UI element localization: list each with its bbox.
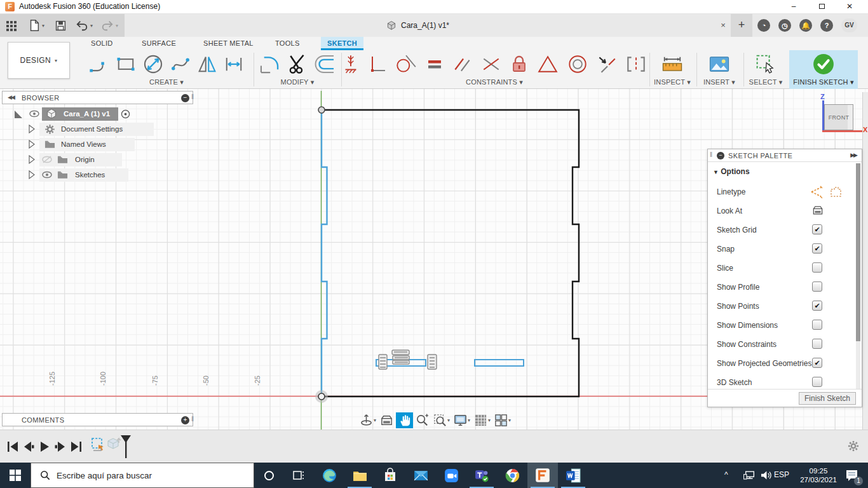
- grid-settings-icon[interactable]: ▾: [472, 412, 492, 428]
- fillet-tool-icon[interactable]: [257, 52, 281, 76]
- minimize-button[interactable]: –: [783, 0, 804, 14]
- dimension-tool-icon[interactable]: [222, 53, 245, 76]
- tree-item-label[interactable]: Named Views: [61, 140, 106, 148]
- eye-off-icon[interactable]: [42, 156, 52, 163]
- rectangle-tool-icon[interactable]: [114, 53, 137, 76]
- comments-header[interactable]: COMMENTS + ‖: [2, 413, 193, 426]
- start-button[interactable]: [0, 463, 31, 488]
- origin-point[interactable]: [318, 393, 325, 400]
- image-icon[interactable]: [707, 52, 731, 76]
- group-label-finish-sketch[interactable]: FINISH SKETCH ▾: [789, 78, 858, 86]
- taskbar-app-mail[interactable]: [405, 463, 436, 488]
- timeline-position-marker[interactable]: [119, 434, 132, 459]
- workspace-selector[interactable]: DESIGN ▾: [8, 42, 70, 79]
- parallel-constraint-icon[interactable]: [452, 53, 473, 75]
- circle-tool-icon[interactable]: [141, 52, 165, 76]
- target-icon[interactable]: [121, 109, 130, 119]
- undo-icon[interactable]: ▾: [75, 18, 93, 33]
- expander-closed-icon[interactable]: [28, 155, 36, 164]
- speaker-icon[interactable]: [760, 470, 772, 480]
- sketch-left-edge[interactable]: [322, 110, 327, 396]
- bell-icon[interactable]: 🔔: [799, 19, 812, 32]
- measure-icon[interactable]: [660, 52, 684, 76]
- clock[interactable]: 09:25 27/03/2021: [794, 466, 843, 484]
- sketch-palette-header[interactable]: ‖ − SKETCH PALETTE ▶▶: [708, 149, 862, 162]
- look-at-icon[interactable]: [811, 204, 824, 217]
- collapse-right-icon[interactable]: ▶▶: [850, 152, 857, 158]
- orbit-icon[interactable]: ▾: [358, 412, 377, 428]
- finish-sketch-check-icon[interactable]: [811, 51, 836, 77]
- tree-row-origin[interactable]: Origin: [4, 152, 188, 168]
- tree-item-label[interactable]: Sketches: [75, 171, 105, 179]
- perpendicular-constraint-icon[interactable]: [367, 53, 388, 75]
- new-tab-button[interactable]: +: [731, 14, 752, 37]
- sketch-slot-right[interactable]: [475, 360, 524, 366]
- group-label-select[interactable]: SELECT ▾: [745, 78, 787, 86]
- sketch-grid-checkbox[interactable]: [812, 224, 822, 234]
- group-label-constraints[interactable]: CONSTRAINTS ▾: [344, 78, 645, 86]
- minimize-panel-icon[interactable]: −: [181, 94, 189, 102]
- close-button[interactable]: ✕: [839, 0, 860, 14]
- slice-checkbox[interactable]: [812, 262, 822, 273]
- taskbar-app-store[interactable]: [375, 463, 405, 488]
- snap-checkbox[interactable]: [812, 243, 822, 254]
- viewports-icon[interactable]: ▾: [492, 412, 512, 428]
- clock-icon[interactable]: ◷: [778, 19, 791, 32]
- redo-icon[interactable]: ▾: [100, 18, 118, 33]
- skip-start-icon[interactable]: [5, 439, 20, 454]
- midpoint-constraint-icon[interactable]: [596, 53, 618, 75]
- taskbar-app-zoom[interactable]: [436, 463, 466, 488]
- help-icon[interactable]: ?: [820, 19, 833, 32]
- document-tab[interactable]: Cara_A(1) v1*: [386, 14, 449, 37]
- tab-tools[interactable]: TOOLS: [269, 37, 306, 50]
- tree-row-document-settings[interactable]: Document Settings: [4, 122, 188, 137]
- palette-scrollbar[interactable]: [856, 163, 860, 390]
- app-grid-icon[interactable]: [5, 18, 18, 33]
- avatar[interactable]: GV: [841, 18, 857, 32]
- show-dimensions-checkbox[interactable]: [812, 320, 822, 330]
- group-label-inspect[interactable]: INSPECT ▾: [652, 78, 693, 86]
- taskbar-search[interactable]: Escribe aquí para buscar: [31, 463, 254, 488]
- tab-solid[interactable]: SOLID: [85, 37, 119, 50]
- symmetry-constraint-icon[interactable]: [625, 53, 648, 75]
- vertex-point[interactable]: [318, 107, 325, 113]
- show-points-checkbox[interactable]: [812, 301, 822, 311]
- options-section-label[interactable]: ▼ Options: [713, 167, 750, 176]
- select-icon[interactable]: [754, 52, 778, 76]
- task-view-button[interactable]: [283, 463, 314, 488]
- panel-grip-icon[interactable]: ‖: [191, 93, 194, 100]
- skip-end-icon[interactable]: [69, 439, 84, 454]
- display-settings-icon[interactable]: ▾: [452, 412, 471, 428]
- panel-grip-icon[interactable]: ‖: [191, 416, 194, 423]
- offset-tool-icon[interactable]: [313, 52, 337, 76]
- projection-linetype-icon[interactable]: [829, 186, 843, 198]
- taskbar-app-file-explorer[interactable]: [344, 463, 375, 488]
- fit-icon[interactable]: ▾: [431, 412, 451, 428]
- component-feature-icon[interactable]: [105, 435, 121, 451]
- play-icon[interactable]: [37, 439, 52, 454]
- tree-item-label[interactable]: Origin: [75, 156, 95, 163]
- show-constraints-checkbox[interactable]: [812, 339, 822, 349]
- maximize-button[interactable]: [811, 0, 832, 14]
- fix-lock-constraint-icon[interactable]: [509, 53, 529, 75]
- save-icon[interactable]: [55, 18, 67, 33]
- taskbar-app-edge[interactable]: [314, 463, 344, 488]
- pan-icon[interactable]: [396, 412, 413, 428]
- tree-item-label[interactable]: Document Settings: [61, 125, 123, 133]
- 3d-sketch-checkbox[interactable]: [812, 377, 822, 387]
- construction-linetype-icon[interactable]: [810, 186, 824, 198]
- show-profile-checkbox[interactable]: [812, 281, 822, 292]
- view-cube[interactable]: Z FRONT X: [816, 93, 867, 135]
- tab-sketch[interactable]: SKETCH: [321, 37, 363, 50]
- polygon-constraint-icon[interactable]: [536, 53, 559, 75]
- minimize-panel-icon[interactable]: −: [717, 152, 724, 159]
- step-back-icon[interactable]: [21, 439, 36, 454]
- concentric-constraint-icon[interactable]: [566, 53, 589, 75]
- hidden-icons-chevron[interactable]: ^: [724, 470, 728, 479]
- group-label-modify[interactable]: MODIFY ▾: [255, 78, 339, 86]
- eye-icon[interactable]: [42, 171, 52, 179]
- show-projected-geometries-checkbox[interactable]: [812, 358, 822, 368]
- expander-open-icon[interactable]: [14, 110, 23, 119]
- coincident-constraint-icon[interactable]: [480, 53, 502, 75]
- tree-row-root[interactable]: Cara_A (1) v1: [4, 107, 188, 122]
